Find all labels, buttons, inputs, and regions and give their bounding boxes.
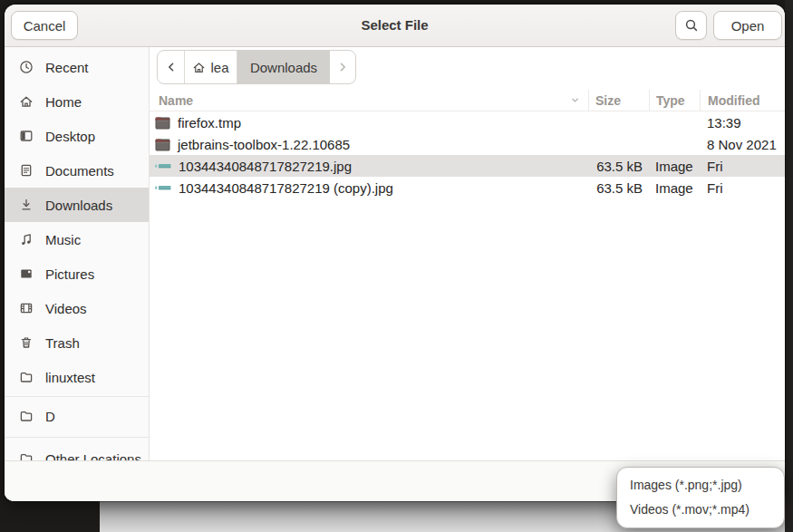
clock-icon: [19, 60, 34, 74]
file-row-firefox-tmp[interactable]: firefox.tmp 13:39: [150, 111, 785, 133]
cell-modified: 8 Nov 2021: [700, 137, 785, 152]
home-icon: [192, 61, 206, 74]
sidebar-item-label: D: [45, 409, 55, 424]
sidebar-item-label: Videos: [45, 301, 87, 316]
sidebar-item-label: Home: [45, 94, 82, 110]
filter-option-images[interactable]: Images (*.png;*.jpg): [617, 473, 784, 498]
sidebar-item-label: linuxtest: [45, 370, 95, 385]
cell-name: 10344340848717827219.jpg: [150, 159, 588, 174]
sidebar-item-music[interactable]: Music: [5, 222, 149, 256]
open-button[interactable]: Open: [713, 11, 782, 40]
cell-size: 63.5 kB: [588, 180, 649, 196]
search-icon: [684, 18, 699, 33]
sidebar-item-videos[interactable]: Videos: [5, 291, 149, 325]
path-forward-button[interactable]: [330, 51, 355, 83]
sidebar-item-home[interactable]: Home: [5, 84, 149, 119]
file-name: 10344340848717827219 (copy).jpg: [179, 180, 393, 196]
file-browser: lea Downloads Name Size Type: [150, 47, 785, 501]
file-name: 10344340848717827219.jpg: [179, 159, 352, 174]
sidebar-item-label: Trash: [45, 335, 80, 351]
chevron-down-icon: [569, 94, 581, 106]
cell-type: Image: [649, 180, 700, 196]
sidebar-item-label: Documents: [45, 163, 114, 179]
sidebar-item-desktop[interactable]: Desktop: [5, 119, 149, 153]
file-row-jpg-selected[interactable]: 10344340848717827219.jpg 63.5 kB Image F…: [150, 155, 785, 177]
cell-type: Image: [649, 159, 700, 174]
column-header-size[interactable]: Size: [588, 90, 649, 111]
sidebar-item-label: Downloads: [45, 198, 112, 213]
sidebar-item-trash[interactable]: Trash: [5, 325, 149, 360]
sidebar-item-label: Pictures: [45, 266, 94, 282]
sidebar-separator: [5, 396, 149, 397]
image-thumbnail-icon: [155, 160, 171, 172]
file-name: firefox.tmp: [178, 115, 241, 131]
file-chooser-dialog: Select File Cancel Open Recent Home De: [5, 5, 785, 501]
folder-icon: [155, 138, 170, 151]
cell-modified: 13:39: [700, 115, 785, 131]
chevron-left-icon: [164, 60, 179, 74]
cancel-button[interactable]: Cancel: [11, 11, 78, 40]
sidebar-item-documents[interactable]: Documents: [5, 153, 149, 188]
sidebar-item-label: Desktop: [45, 129, 95, 144]
cell-name: jetbrains-toolbox-1.22.10685: [150, 137, 588, 152]
sidebar-item-pictures[interactable]: Pictures: [5, 256, 149, 291]
file-filter-popup: Images (*.png;*.jpg) Videos (*.mov;*.mp4…: [616, 467, 785, 528]
cell-modified: Fri: [700, 159, 785, 174]
column-label: Name: [159, 93, 193, 108]
path-bar: lea Downloads: [157, 50, 356, 84]
cell-name: 10344340848717827219 (copy).jpg: [150, 180, 588, 196]
home-icon: [19, 94, 34, 109]
image-thumbnail-icon: [155, 181, 171, 194]
filter-option-videos[interactable]: Videos (*.mov;*.mp4): [617, 498, 784, 522]
cell-modified: Fri: [700, 180, 785, 196]
trash-icon: [19, 335, 34, 350]
file-row-jpg-copy[interactable]: 10344340848717827219 (copy).jpg 63.5 kB …: [150, 177, 785, 198]
sidebar-item-label: Music: [45, 232, 81, 247]
folder-icon: [19, 370, 34, 384]
film-icon: [19, 301, 34, 315]
cell-size: 63.5 kB: [588, 159, 649, 174]
headerbar: Select File Cancel Open: [5, 5, 785, 47]
sidebar-separator: [5, 437, 149, 438]
search-button[interactable]: [675, 11, 707, 40]
download-icon: [19, 198, 34, 212]
sidebar-item-d[interactable]: D: [5, 399, 149, 433]
dialog-title: Select File: [5, 5, 785, 46]
sidebar-item-downloads[interactable]: Downloads: [5, 188, 149, 222]
document-icon: [19, 163, 34, 178]
column-header-modified[interactable]: Modified: [700, 90, 785, 111]
file-list-header: Name Size Type Modified: [150, 90, 785, 111]
path-segment-downloads[interactable]: Downloads: [237, 51, 330, 83]
cell-name: firefox.tmp: [150, 115, 588, 131]
column-header-type[interactable]: Type: [649, 90, 700, 111]
sidebar-item-linuxtest[interactable]: linuxtest: [5, 360, 149, 394]
sort-indicator: [569, 94, 581, 106]
sidebar-item-recent[interactable]: Recent: [5, 50, 149, 84]
music-note-icon: [19, 232, 34, 247]
picture-icon: [19, 266, 34, 281]
backdrop-edge: [785, 0, 793, 532]
chevron-right-icon: [335, 60, 350, 74]
path-back-button[interactable]: [158, 51, 185, 83]
path-segment-home[interactable]: lea: [185, 51, 237, 83]
path-home-label: lea: [210, 60, 228, 75]
dialog-body: Recent Home Desktop Documents Downloads: [5, 47, 785, 501]
folder-icon: [19, 409, 34, 423]
screen: Select File Cancel Open Recent Home De: [0, 0, 793, 532]
folder-icon: [155, 116, 170, 130]
column-header-name[interactable]: Name: [150, 93, 588, 108]
file-row-jetbrains-toolbox[interactable]: jetbrains-toolbox-1.22.10685 8 Nov 2021: [150, 133, 785, 155]
file-name: jetbrains-toolbox-1.22.10685: [178, 137, 350, 152]
sidebar: Recent Home Desktop Documents Downloads: [5, 47, 150, 501]
sidebar-item-label: Recent: [45, 60, 89, 75]
desktop-icon: [19, 129, 34, 143]
